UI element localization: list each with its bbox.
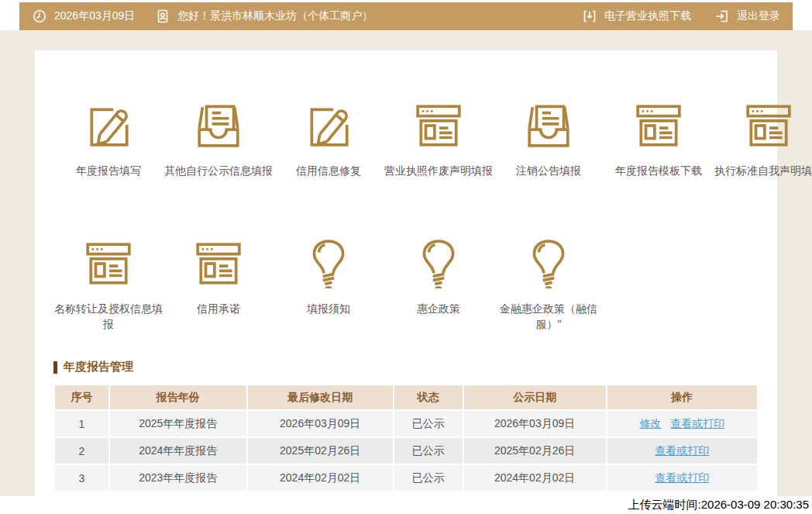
- shortcut-label: 信用承诺: [163, 301, 274, 316]
- inbox-document-icon: [193, 99, 244, 150]
- shortcut-label: 注销公告填报: [494, 163, 604, 178]
- shortcut-annual-report-fill[interactable]: 年度报告填写: [53, 99, 163, 178]
- browser-window-icon: [743, 99, 794, 150]
- shortcut-report-template-download[interactable]: 年度报告模板下载: [604, 99, 714, 178]
- lightbulb-icon: [523, 237, 574, 288]
- cell-publish-date: 2024年02月02日: [463, 464, 607, 492]
- col-seq: 序号: [54, 385, 109, 410]
- current-date: 2026年03月09日: [54, 9, 135, 23]
- footer-bar: 上传云端时间:2026-03-09 20:30:35: [0, 496, 812, 514]
- shortcut-standard-self-declaration[interactable]: 执行标准自我声明填报: [714, 99, 812, 178]
- user-badge-icon: [155, 9, 170, 24]
- shortcut-name-transfer-authorization[interactable]: 名称转让及授权信息填报: [53, 237, 163, 332]
- logout-label: 退出登录: [737, 9, 780, 23]
- table-row: 1 2025年年度报告 2026年03月09日 已公示 2026年03月09日 …: [54, 410, 758, 437]
- greeting-text: 您好！景洪市林顺木业坊（个体工商户）: [177, 9, 373, 23]
- lightbulb-icon: [413, 237, 464, 288]
- cell-actions: 查看或打印: [607, 464, 758, 492]
- annual-report-table: 序号 报告年份 最后修改日期 状态 公示日期 操作 1 2025年年度报告 20…: [53, 384, 759, 492]
- download-icon: [582, 9, 597, 24]
- page-background: 年度报告填写 其他自行公示信息填报 信用信息修复 营业执照作废声明填报 注销公告…: [0, 30, 812, 496]
- shortcut-label: 惠企政策: [384, 301, 494, 316]
- view-print-link[interactable]: 查看或打印: [655, 444, 709, 457]
- license-download-button[interactable]: 电子营业执照下载: [582, 9, 691, 24]
- shortcut-label: 年度报告模板下载: [604, 163, 714, 178]
- shortcut-financial-policy[interactable]: 金融惠企政策（融信服）": [494, 237, 604, 332]
- browser-window-icon: [413, 99, 464, 150]
- shortcut-label: 年度报告填写: [53, 163, 163, 178]
- col-report-year: 报告年份: [109, 385, 247, 410]
- logout-icon: [714, 9, 730, 24]
- cell-actions: 修改 查看或打印: [607, 410, 758, 437]
- cell-seq: 1: [54, 410, 109, 437]
- table-row: 3 2023年年度报告 2024年02月02日 已公示 2024年02月02日 …: [54, 464, 758, 492]
- shortcut-label: 执行标准自我声明填报: [714, 163, 812, 178]
- shortcut-grid-row1: 年度报告填写 其他自行公示信息填报 信用信息修复 营业执照作废声明填报 注销公告…: [53, 99, 759, 178]
- date-display: 2026年03月09日: [32, 9, 135, 24]
- modify-link[interactable]: 修改: [639, 417, 661, 429]
- top-bar: 2026年03月09日 您好！景洪市林顺木业坊（个体工商户） 电子营业执照下载 …: [19, 2, 793, 30]
- shortcut-credit-repair[interactable]: 信用信息修复: [274, 99, 384, 178]
- cell-report-year: 2024年年度报告: [109, 437, 247, 464]
- cell-report-year: 2025年年度报告: [109, 410, 247, 437]
- annual-report-section: 年度报告管理 序号 报告年份 最后修改日期 状态 公示日期 操作: [53, 360, 759, 492]
- cell-status: 已公示: [394, 437, 463, 464]
- cell-status: 已公示: [394, 464, 463, 492]
- shortcut-label: 其他自行公示信息填报: [163, 163, 274, 178]
- shortcut-label: 填报须知: [274, 301, 384, 316]
- browser-window-icon: [193, 237, 244, 288]
- cell-seq: 2: [54, 437, 109, 464]
- cell-seq: 3: [54, 464, 109, 492]
- cell-publish-date: 2026年03月09日: [463, 410, 607, 437]
- shortcut-license-invalidation[interactable]: 营业执照作废声明填报: [384, 99, 494, 178]
- col-status: 状态: [394, 385, 463, 410]
- lightbulb-icon: [303, 237, 354, 288]
- license-download-label: 电子营业执照下载: [604, 9, 691, 23]
- view-print-link[interactable]: 查看或打印: [670, 417, 724, 429]
- main-card: 年度报告填写 其他自行公示信息填报 信用信息修复 营业执照作废声明填报 注销公告…: [35, 50, 777, 496]
- logout-button[interactable]: 退出登录: [714, 9, 780, 24]
- section-title-marker: [53, 361, 57, 374]
- view-print-link[interactable]: 查看或打印: [655, 471, 709, 484]
- edit-icon: [303, 99, 354, 150]
- shortcut-label: 金融惠企政策（融信服）": [494, 301, 604, 332]
- clock-icon: [32, 9, 47, 24]
- section-title-text: 年度报告管理: [64, 360, 133, 374]
- shortcut-label: 营业执照作废声明填报: [384, 163, 494, 178]
- col-last-modified: 最后修改日期: [247, 385, 394, 410]
- shortcut-other-public-info[interactable]: 其他自行公示信息填报: [163, 99, 274, 178]
- table-header-row: 序号 报告年份 最后修改日期 状态 公示日期 操作: [54, 385, 758, 410]
- upload-time-text: 上传云端时间:2026-03-09 20:30:35: [628, 498, 809, 512]
- shortcut-label: 名称转让及授权信息填报: [53, 301, 163, 332]
- col-publish-date: 公示日期: [463, 385, 607, 410]
- inbox-document-icon: [523, 99, 574, 150]
- cell-last-modified: 2025年02月26日: [247, 437, 394, 464]
- cell-publish-date: 2025年02月26日: [463, 437, 607, 464]
- shortcut-credit-commitment[interactable]: 信用承诺: [163, 237, 274, 332]
- col-actions: 操作: [607, 385, 758, 410]
- cell-actions: 查看或打印: [607, 437, 758, 464]
- user-greeting: 您好！景洪市林顺木业坊（个体工商户）: [155, 9, 373, 24]
- shortcut-label: 信用信息修复: [274, 163, 384, 178]
- cell-status: 已公示: [394, 410, 463, 437]
- cell-last-modified: 2026年03月09日: [247, 410, 394, 437]
- cell-report-year: 2023年年度报告: [109, 464, 247, 492]
- section-title: 年度报告管理: [53, 360, 759, 374]
- edit-icon: [83, 99, 134, 150]
- browser-window-icon: [83, 237, 134, 288]
- shortcut-enterprise-policy[interactable]: 惠企政策: [384, 237, 494, 332]
- shortcut-grid-row2: 名称转让及授权信息填报 信用承诺 填报须知 惠企政策 金融惠企政策（融信服）": [53, 237, 759, 332]
- table-row: 2 2024年年度报告 2025年02月26日 已公示 2025年02月26日 …: [54, 437, 758, 464]
- shortcut-cancellation-notice[interactable]: 注销公告填报: [494, 99, 604, 178]
- shortcut-filing-instructions[interactable]: 填报须知: [274, 237, 384, 332]
- browser-window-icon: [633, 99, 684, 150]
- cell-last-modified: 2024年02月02日: [247, 464, 394, 492]
